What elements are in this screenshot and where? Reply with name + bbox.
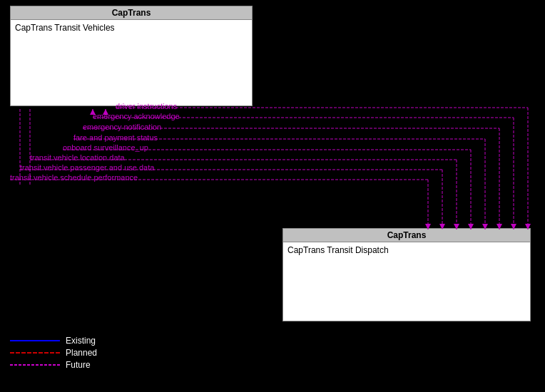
legend-planned: Planned — [10, 348, 97, 358]
flow-label-onboard-surveillance: onboard surveillance_up — [63, 143, 148, 152]
flow-label-transit-passenger: transit vehicle passenger and use data — [20, 163, 154, 172]
svg-marker-21 — [439, 224, 445, 229]
flow-label-driver-instructions: driver instructions — [116, 102, 177, 110]
legend-planned-label: Planned — [66, 348, 97, 358]
legend-future: Future — [10, 360, 97, 370]
svg-marker-26 — [511, 224, 516, 229]
legend-planned-line — [10, 349, 60, 356]
svg-marker-27 — [525, 224, 531, 229]
svg-marker-24 — [482, 224, 488, 229]
svg-marker-22 — [454, 224, 459, 229]
svg-marker-25 — [496, 224, 502, 229]
connections-svg — [0, 0, 545, 392]
svg-marker-23 — [468, 224, 474, 229]
flow-label-transit-schedule: transit vehicle schedule performance — [10, 173, 138, 182]
flow-label-emergency-acknowledge: emergency acknowledge — [93, 112, 180, 120]
flow-label-emergency-notification: emergency notification — [83, 123, 161, 131]
legend-existing-label: Existing — [66, 336, 96, 346]
flow-label-fare-payment: fare and payment status — [73, 133, 158, 142]
diagram: CapTrans CapTrans Transit Vehicles CapTr… — [0, 0, 545, 392]
legend-existing: Existing — [10, 336, 97, 346]
legend-future-line — [10, 361, 60, 368]
flow-label-transit-location: transit vehicle location data — [30, 153, 125, 162]
legend: Existing Planned Future — [10, 336, 97, 372]
svg-marker-20 — [425, 224, 431, 229]
legend-existing-line — [10, 337, 60, 344]
legend-future-label: Future — [66, 360, 91, 370]
